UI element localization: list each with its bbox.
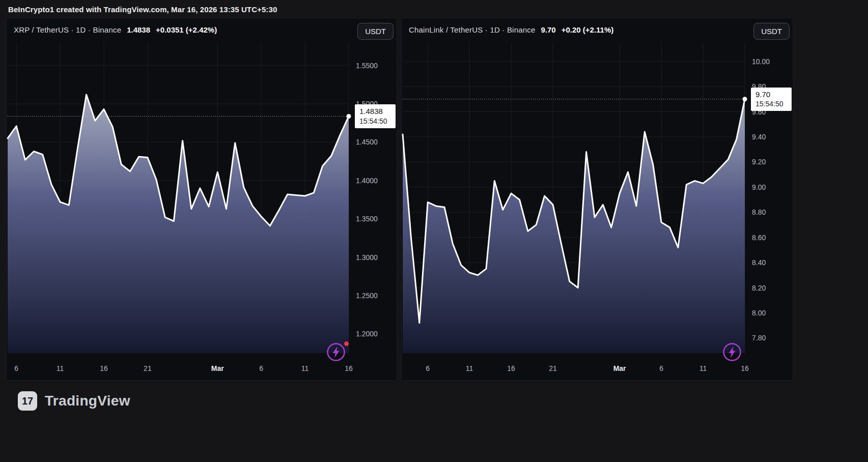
x-axis-label: 6 — [259, 364, 263, 372]
last-price-value: 9.70 — [541, 25, 556, 34]
y-axis-label: 8.60 — [752, 234, 766, 242]
y-axis-label: 1.3000 — [356, 253, 378, 262]
x-axis-label: 11 — [466, 364, 473, 372]
tradingview-footer[interactable]: 17 TradingView — [17, 391, 130, 411]
symbol-title[interactable]: XRP / TetherUS · 1D · Binance — [14, 25, 121, 34]
lightning-button[interactable] — [722, 342, 742, 362]
last-price-marker — [347, 114, 351, 119]
y-axis-label: 8.00 — [752, 309, 766, 317]
last-price-label-time: 15:54:50 — [755, 99, 789, 108]
x-axis-label: 11 — [301, 364, 309, 372]
area-fill — [403, 99, 745, 353]
x-axis-label: 21 — [144, 364, 152, 372]
last-price-value: 1.4838 — [127, 25, 150, 34]
chart-panel-chainlink: 10.009.809.609.409.209.008.808.608.408.2… — [401, 18, 793, 381]
chainlink-price-chart[interactable]: 10.009.809.609.409.209.008.808.608.408.2… — [402, 18, 793, 380]
chart-header: XRP / TetherUS · 1D · Binance 1.4838 +0.… — [14, 25, 217, 34]
area-fill — [8, 95, 349, 353]
x-axis-label: Mar — [211, 364, 224, 372]
lightning-icon — [326, 342, 346, 362]
x-axis-label: 21 — [549, 364, 557, 372]
tradingview-wordmark: TradingView — [45, 393, 130, 409]
alert-dot — [344, 341, 349, 346]
last-price-marker — [743, 97, 747, 101]
lightning-button[interactable] — [326, 342, 346, 362]
last-price-label: 9.70 15:54:50 — [751, 88, 792, 111]
last-price-label-price: 1.4838 — [359, 106, 393, 117]
last-price-label: 1.4838 15:54:50 — [355, 104, 396, 128]
currency-toggle-button[interactable]: USDT — [753, 23, 790, 40]
y-axis-label: 9.20 — [752, 158, 766, 166]
chart-panel-xrp: 1.55001.50001.45001.40001.35001.30001.25… — [6, 18, 397, 381]
price-change: +0.0351 (+2.42%) — [156, 25, 217, 34]
svg-text:17: 17 — [22, 395, 33, 407]
y-axis-label: 1.3500 — [356, 215, 378, 223]
x-axis-label: 16 — [100, 364, 108, 372]
x-axis-label: 6 — [659, 364, 663, 372]
tradingview-logo-icon: 17 — [17, 391, 38, 411]
price-change: +0.20 (+2.11%) — [562, 25, 614, 34]
y-axis-label: 8.80 — [752, 208, 766, 216]
symbol-title[interactable]: ChainLink / TetherUS · 1D · Binance — [409, 25, 536, 34]
last-price-label-time: 15:54:50 — [359, 117, 393, 126]
y-axis-label: 9.00 — [752, 183, 766, 191]
last-price-label-price: 9.70 — [755, 90, 789, 100]
y-axis-label: 1.4500 — [356, 138, 378, 146]
y-axis-label: 8.20 — [752, 284, 766, 292]
y-axis-label: 1.4000 — [356, 177, 378, 185]
lightning-icon — [722, 342, 742, 362]
y-axis-label: 10.00 — [752, 57, 770, 66]
y-axis-label: 1.2500 — [356, 292, 378, 300]
x-axis-label: 16 — [507, 364, 515, 372]
chart-header: ChainLink / TetherUS · 1D · Binance 9.70… — [409, 25, 613, 34]
x-axis-label: 16 — [345, 364, 353, 372]
x-axis-label: 11 — [699, 364, 707, 372]
x-axis-label: Mar — [613, 364, 626, 372]
currency-toggle-button[interactable]: USDT — [357, 23, 394, 40]
x-axis-label: 16 — [741, 364, 749, 372]
x-axis-label: 6 — [426, 364, 430, 372]
y-axis-label: 8.40 — [752, 258, 766, 267]
xrp-price-chart[interactable]: 1.55001.50001.45001.40001.35001.30001.25… — [7, 18, 397, 380]
y-axis-label: 1.2000 — [356, 330, 378, 338]
x-axis-label: 6 — [14, 364, 18, 372]
y-axis-label: 1.5500 — [356, 62, 378, 70]
y-axis-label: 9.40 — [752, 133, 766, 141]
x-axis-label: 11 — [57, 364, 64, 372]
y-axis-label: 7.80 — [752, 334, 766, 342]
attribution-text: BeInCrypto1 created with TradingView.com… — [8, 5, 277, 14]
